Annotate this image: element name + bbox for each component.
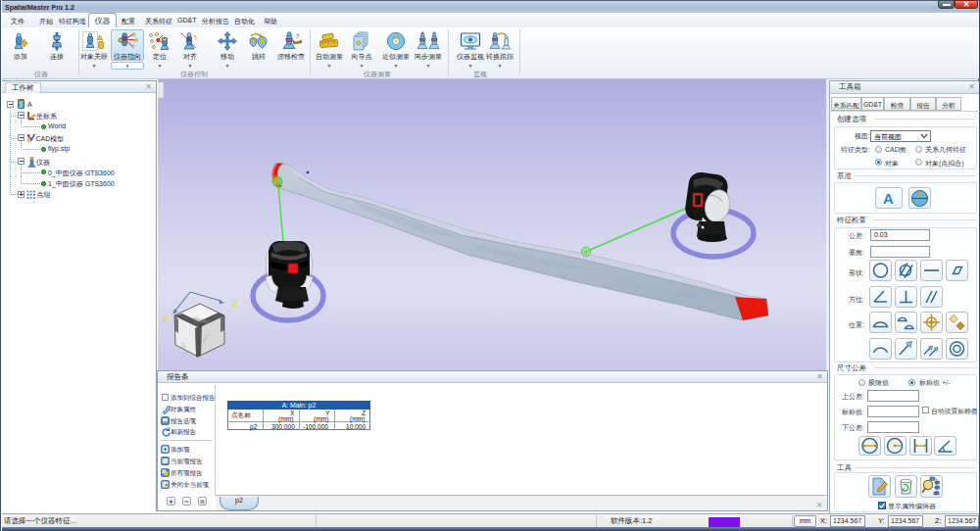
- svg-text:A: A: [883, 190, 894, 207]
- svg-text:X: X: [163, 314, 169, 323]
- svg-text:Z: Z: [232, 299, 238, 309]
- svg-text:?: ?: [917, 190, 922, 199]
- svg-text:?: ?: [296, 33, 300, 39]
